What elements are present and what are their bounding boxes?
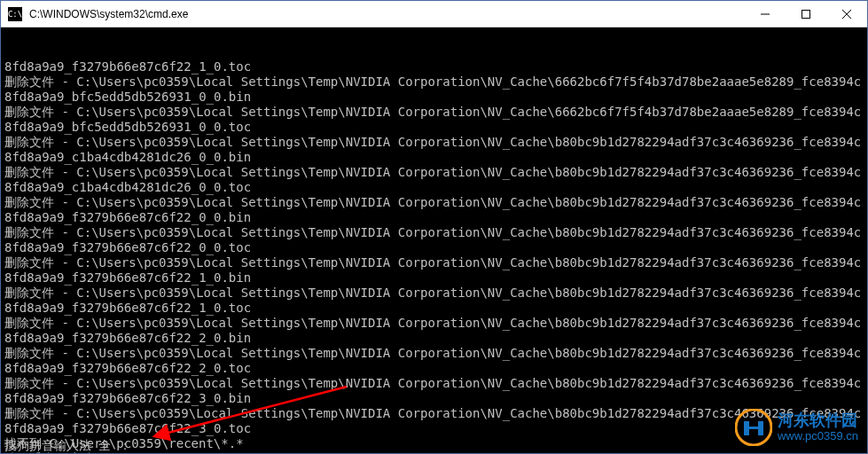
- ime-status-bar: 搜狗拼音输入法 全 ：: [1, 438, 135, 453]
- console-output[interactable]: 8fd8a9a9_f3279b66e87c6f22_1_0.toc删除文件 - …: [1, 27, 867, 453]
- console-line: 删除文件 - C:\Users\pc0359\Local Settings\Te…: [4, 406, 864, 436]
- svg-rect-1: [802, 10, 810, 18]
- close-button[interactable]: [826, 1, 867, 27]
- console-line: 8fd8a9a9_f3279b66e87c6f22_1_0.toc: [4, 59, 864, 74]
- console-line: 删除文件 - C:\Users\pc0359\Local Settings\Te…: [4, 316, 864, 346]
- console-line: 删除文件 - C:\Users\pc0359\Local Settings\Te…: [4, 105, 864, 135]
- console-line: 删除文件 - C:\Users\pc0359\Local Settings\Te…: [4, 195, 864, 225]
- cmd-icon-label: C:\: [8, 10, 22, 19]
- console-line: 删除文件 - C:\Users\pc0359\Local Settings\Te…: [4, 286, 864, 316]
- console-line: 删除文件 - C:\Users\pc0359\Local Settings\Te…: [4, 165, 864, 195]
- console-line: 删除文件 - C:\Users\pc0359\Local Settings\Te…: [4, 255, 864, 286]
- console-line: 删除文件 - C:\Users\pc0359\Local Settings\Te…: [4, 225, 864, 255]
- cmd-icon: C:\: [8, 7, 22, 21]
- title-bar[interactable]: C:\ C:\WINDOWS\system32\cmd.exe: [1, 1, 867, 27]
- window-title: C:\WINDOWS\system32\cmd.exe: [29, 8, 745, 20]
- window-controls: [745, 1, 867, 27]
- minimize-button[interactable]: [745, 1, 786, 27]
- cmd-window: C:\ C:\WINDOWS\system32\cmd.exe 8fd8a9a9…: [0, 0, 868, 454]
- console-line: 删除文件 - C:\Users\pc0359\Local Settings\Te…: [4, 135, 864, 165]
- console-line: 删除文件 - C:\Users\pc0359\Local Settings\Te…: [4, 376, 864, 406]
- console-line: 删除文件 - C:\Users\pc0359\Local Settings\Te…: [4, 74, 864, 105]
- console-line: 删除文件 - C:\Users\pc0359\Local Settings\Te…: [4, 346, 864, 376]
- maximize-button[interactable]: [786, 1, 826, 27]
